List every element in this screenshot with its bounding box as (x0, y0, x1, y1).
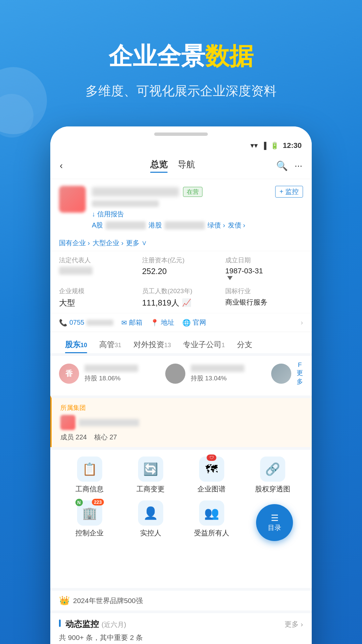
icon-control[interactable]: 🏢 N 223 控制企业 (63, 500, 116, 538)
sh1-avatar: 香 (59, 364, 79, 384)
tag-bond[interactable]: 发债 › (228, 221, 245, 230)
reg-capital-value: 252.20 (142, 267, 220, 276)
dynamic-title: 动态监控 (65, 619, 99, 630)
control-label: 控制企业 (75, 528, 104, 538)
group-label: 所属集团 (60, 404, 303, 412)
sh2-name-blur (191, 365, 244, 372)
sh1-info: 持股 18.06% (84, 365, 160, 383)
honor-text: 2024年世界品牌500强 (73, 596, 143, 605)
tab-navigation[interactable]: 导航 (178, 159, 195, 173)
tab-investments[interactable]: 对外投资13 (127, 336, 177, 353)
section-tabs: 股东10 高管31 对外投资13 专业子公司1 分支 (50, 332, 312, 353)
dynamic-section: 动态监控 (近六月) 更多 › 共 900+ 条，其中重要 2 条 (50, 610, 312, 644)
employee-value: 111,819人 (142, 298, 179, 308)
group-stats: 成员 224 核心 27 (60, 433, 303, 442)
back-button[interactable]: ‹ (60, 160, 63, 171)
enterprise-map-icon-box: 🗺 🛡 (199, 457, 224, 482)
dynamic-count: 共 900+ 条，其中重要 2 条 (59, 633, 303, 644)
group-name-blur (79, 419, 139, 426)
status-time: 12:30 (283, 141, 302, 150)
control-number-badge: 223 (92, 499, 104, 505)
icon-bizchange[interactable]: 🔄 工商变更 (124, 457, 177, 494)
beneficiary-icon-box: 👥 (199, 500, 224, 526)
nav-bar: ‹ 总览 导航 🔍 ··· (50, 153, 312, 179)
monitor-button[interactable]: + 监控 (275, 186, 303, 198)
cat-large[interactable]: 大型企业 › (93, 238, 123, 248)
company-info: 在营 + 监控 ↓ 信用报告 A股 港股 绿债 › 发债 › (92, 186, 303, 230)
cat-more[interactable]: 更多 ∨ (126, 238, 147, 248)
phone-notch-area (50, 126, 312, 139)
dynamic-header: 动态监控 (近六月) 更多 › (59, 619, 303, 630)
directory-icon: ☰ (271, 513, 279, 523)
status-badge: 在营 (183, 187, 202, 197)
equity-icon-box: 🔗 (260, 457, 285, 482)
industry-value: 商业银行服务 (225, 298, 303, 307)
tab-branches[interactable]: 分支 (231, 336, 258, 353)
employee-row: 111,819人 📈 (142, 298, 220, 308)
icon-equity[interactable]: 🔗 股权穿透图 (246, 457, 299, 494)
scale-cell: 企业规模 大型 (59, 287, 137, 308)
tag-hk[interactable]: 港股 (148, 221, 162, 230)
sh-more[interactable]: F 更 多 (297, 361, 303, 386)
shareholder-row-1: 香 持股 18.06% 持股 13.04% F 更 (59, 361, 303, 386)
icon-beneficiary[interactable]: 👥 受益所有人 (185, 500, 238, 538)
more-icon[interactable]: ··· (295, 160, 302, 171)
sh2-avatar (165, 364, 185, 384)
reg-capital-cell: 注册资本(亿元) 252.20 (142, 256, 220, 281)
battery-icon: 🔋 (270, 142, 279, 150)
hero-title-yellow: 数据 (205, 43, 253, 69)
tab-subsidiaries[interactable]: 专业子公司1 (177, 336, 231, 353)
hero-section: 企业全景数据 多维度、可视化展示企业深度资料 (0, 0, 362, 120)
info-grid: 法定代表人 注册资本(亿元) 252.20 成立日期 1987-03-31 企业… (50, 251, 312, 313)
company-tags-row: A股 港股 绿债 › 发债 › (92, 221, 303, 230)
founded-label: 成立日期 (225, 256, 303, 265)
expand-icon[interactable] (227, 276, 233, 280)
beneficiary-label: 受益所有人 (194, 528, 229, 538)
search-icon[interactable]: 🔍 (276, 160, 288, 171)
chart-icon[interactable]: 📈 (182, 299, 191, 307)
legal-rep-cell: 法定代表人 (59, 256, 137, 281)
directory-label: 目录 (268, 523, 281, 532)
hk-value-blur (165, 221, 205, 229)
enterprise-map-label: 企业图谱 (197, 484, 226, 494)
company-logo (59, 186, 86, 213)
contact-website[interactable]: 🌐 官网 (182, 318, 206, 327)
tab-executives[interactable]: 高管31 (93, 336, 127, 353)
icon-bizinfo[interactable]: 📋 工商信息 (63, 457, 116, 494)
phone-mockup: ▾▾ ▐ 🔋 12:30 ‹ 总览 导航 🔍 ··· (50, 126, 312, 644)
tab-overview[interactable]: 总览 (150, 159, 168, 173)
hero-subtitle: 多维度、可视化展示企业深度资料 (20, 83, 342, 100)
icon-enterprise-map[interactable]: 🗺 🛡 企业图谱 (185, 457, 238, 494)
tab-shareholders[interactable]: 股东10 (59, 336, 93, 353)
directory-button[interactable]: ☰ 目录 (256, 504, 293, 541)
company-name-row: 在营 + 监控 (92, 186, 303, 198)
cat-state-owned[interactable]: 国有企业 › (59, 238, 90, 248)
tag-green-bond[interactable]: 绿债 › (207, 221, 225, 230)
contact-more-arrow[interactable]: › (301, 319, 303, 326)
contact-phone[interactable]: 📞 0755 (59, 319, 113, 327)
legal-rep-label: 法定代表人 (59, 256, 137, 265)
group-section: 所属集团 成员 224 核心 27 (50, 395, 312, 447)
a-share-value-blur (106, 221, 146, 229)
map-icon: 🗺 (205, 462, 218, 476)
contact-email[interactable]: ✉ 邮箱 (121, 318, 142, 327)
dynamic-indicator (59, 620, 61, 627)
icon-actual-controller[interactable]: 👤 实控人 (124, 500, 177, 538)
categories-row: 国有企业 › 大型企业 › 更多 ∨ (50, 236, 312, 251)
dynamic-more[interactable]: 更多 › (285, 620, 303, 629)
dynamic-subtitle: (近六月) (102, 620, 126, 629)
contact-address[interactable]: 📍 地址 (150, 318, 174, 327)
founded-cell: 成立日期 1987-03-31 (225, 256, 303, 281)
industry-cell: 国标行业 商业银行服务 (225, 287, 303, 308)
location-icon: 📍 (150, 319, 159, 327)
phone-number: 0755 (69, 319, 84, 326)
company-header: 在营 + 监控 ↓ 信用报告 A股 港股 绿债 › 发债 › (50, 179, 312, 236)
hero-title: 企业全景数据 (20, 40, 342, 72)
tag-a-share[interactable]: A股 (92, 221, 103, 230)
n-badge: N (75, 499, 83, 506)
credit-link[interactable]: ↓ 信用报告 (92, 210, 124, 218)
sh3-avatar (271, 364, 291, 384)
phone-blur (86, 320, 113, 326)
scale-label: 企业规模 (59, 287, 137, 296)
enterprise-map-badge: 🛡 (207, 454, 217, 461)
